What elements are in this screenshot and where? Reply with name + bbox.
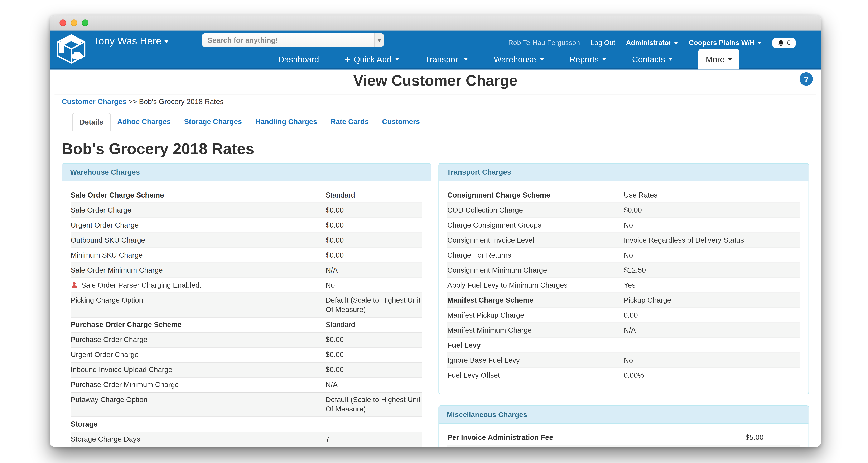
tab-adhoc-charges[interactable]: Adhoc Charges	[111, 113, 177, 131]
charge-label: Ignore Base Fuel Levy	[447, 356, 520, 364]
nav-item-warehouse[interactable]: Warehouse	[494, 49, 544, 70]
panel-title: Warehouse Charges	[62, 164, 431, 181]
charge-value: 0.00%	[624, 370, 800, 380]
charge-row: Inbound Invoice Upload Charge$0.00	[71, 362, 422, 377]
charge-value: N/A	[624, 325, 800, 335]
charge-row: Fuel Levy	[447, 338, 800, 353]
charge-row: Purchase Order Charge SchemeStandard	[71, 317, 422, 332]
charge-row: Purchase Order Minimum ChargeN/A	[71, 377, 422, 392]
chevron-down-icon	[164, 40, 169, 43]
panel-columns: Warehouse Charges Sale Order Charge Sche…	[62, 163, 809, 447]
breadcrumb-customer-charges-link[interactable]: Customer Charges	[62, 97, 126, 106]
charge-row: Apply Fuel Levy to Minimum ChargesYes	[447, 277, 800, 293]
charge-value: $0.00	[326, 250, 423, 260]
charge-label: Sale Order Charge	[71, 206, 131, 214]
page-header: View Customer Charge ?	[55, 69, 816, 95]
charge-label: Urgent Order Charge	[71, 351, 139, 359]
nav-item-label: Contacts	[632, 55, 665, 64]
charge-label: Purchase Order Charge	[71, 335, 148, 344]
charge-label: Fuel Levy Offset	[447, 371, 500, 379]
notifications-count: 0	[787, 39, 790, 46]
panel-title: Transport Charges	[439, 164, 809, 181]
charge-row: Consignment Minimum Charge$12.50	[447, 263, 800, 277]
charge-value: Use Rates	[624, 190, 800, 200]
charge-label: Purchase Order Minimum Charge	[71, 381, 179, 389]
nav-item-dashboard[interactable]: Dashboard	[278, 49, 319, 70]
charge-row: Sale Order Charge SchemeStandard	[71, 188, 422, 202]
charge-row: Picking Charge OptionDefault (Scale to H…	[71, 293, 422, 317]
charge-value	[326, 420, 423, 429]
charge-value: $0.00	[624, 205, 800, 214]
charge-label: Sale Order Minimum Charge	[71, 266, 163, 274]
charge-label: Outbound SKU Charge	[71, 236, 145, 244]
role-menu[interactable]: Administrator	[626, 39, 678, 47]
charge-label: Fuel Levy	[447, 341, 481, 349]
tab-details[interactable]: Details	[72, 113, 111, 131]
main-nav: Dashboard+Quick AddTransportWarehouseRep…	[278, 49, 740, 70]
charge-row: Putaway Charge OptionDefault (Scale to H…	[71, 392, 422, 417]
charge-row: Manifest Minimum ChargeN/A	[447, 323, 800, 338]
charge-row: Manifest Pickup Charge0.00	[447, 308, 800, 323]
charge-value: Standard	[326, 320, 423, 329]
charge-value: Invoice Regardless of Delivery Status	[624, 235, 800, 245]
charge-value: Default (Scale to Highest Unit Of Measur…	[326, 395, 423, 414]
tab-bar: DetailsAdhoc ChargesStorage ChargesHandl…	[62, 113, 809, 131]
zoom-window-button[interactable]	[82, 20, 89, 26]
caret-down-icon	[539, 58, 544, 61]
user-name[interactable]: Rob Te-Hau Fergusson	[508, 39, 580, 47]
charge-label: Apply Fuel Levy to Minimum Charges	[447, 281, 567, 289]
charge-value: Pickup Charge	[624, 295, 800, 305]
page-content: View Customer Charge ? Customer Charges …	[50, 69, 820, 447]
charge-value: $0.00	[326, 350, 423, 359]
box-cloud-logo-icon[interactable]	[54, 32, 89, 66]
brand-menu[interactable]: Tony Was Here	[93, 36, 169, 47]
charge-row: Urgent Order Charge$0.00	[71, 347, 422, 362]
window-titlebar[interactable]	[50, 15, 820, 31]
nav-item-transport[interactable]: Transport	[425, 49, 468, 70]
nav-item-label: Transport	[425, 55, 461, 64]
warehouse-menu[interactable]: Coopers Plains W/H	[689, 39, 762, 47]
charge-row: COD Collection Charge$0.00	[447, 202, 800, 218]
role-label: Administrator	[626, 39, 672, 47]
nav-item-label: Dashboard	[278, 55, 319, 64]
charge-label: Minimum SKU Charge	[71, 251, 143, 259]
brand-label: Tony Was Here	[93, 36, 161, 47]
tab-storage-charges[interactable]: Storage Charges	[177, 113, 249, 131]
charge-row: Charge For ReturnsNo	[447, 247, 800, 263]
charge-value: No	[624, 250, 800, 260]
charge-value: No	[624, 220, 800, 230]
tab-rate-cards[interactable]: Rate Cards	[324, 113, 375, 131]
charge-label: Consignment Invoice Level	[447, 236, 534, 244]
charge-label: Sale Order Parser Charging Enabled:	[81, 281, 202, 289]
nav-item-more[interactable]: More	[699, 49, 740, 70]
close-window-button[interactable]	[59, 20, 66, 26]
page-title: View Customer Charge	[55, 72, 816, 90]
charge-label: Per Invoice Administration Fee	[447, 433, 553, 441]
search-dropdown-button[interactable]	[374, 33, 384, 47]
miscellaneous-charges-panel: Miscellaneous Charges Per Invoice Admini…	[438, 405, 809, 447]
charge-row: Consignment Invoice LevelInvoice Regardl…	[447, 233, 800, 247]
caret-down-icon	[668, 58, 673, 61]
breadcrumb-current: Bob's Grocery 2018 Rates	[139, 97, 224, 106]
search-input[interactable]	[202, 33, 374, 47]
charge-label: Manifest Charge Scheme	[447, 296, 533, 304]
minimize-window-button[interactable]	[71, 20, 78, 26]
nav-item-contacts[interactable]: Contacts	[632, 49, 673, 70]
charge-row: Per Invoice Administration Fee$5.00	[447, 430, 800, 445]
charge-row: Outbound SKU Charge$0.00	[71, 233, 422, 247]
notifications-button[interactable]: 0	[772, 37, 796, 48]
nav-item-reports[interactable]: Reports	[569, 49, 606, 70]
question-circle-icon[interactable]: ?	[800, 72, 813, 86]
charge-value	[624, 340, 800, 350]
nav-item-quick-add[interactable]: +Quick Add	[345, 49, 399, 70]
charge-row: Storage Charge Days7	[71, 431, 422, 447]
charge-value: Standard	[326, 190, 423, 200]
breadcrumb: Customer Charges >> Bob's Grocery 2018 R…	[62, 95, 809, 105]
main-container: Customer Charges >> Bob's Grocery 2018 R…	[50, 95, 820, 447]
log-out-link[interactable]: Log Out	[590, 39, 615, 47]
charge-value: $0.00	[326, 220, 423, 230]
charge-label: Manifest Pickup Charge	[447, 311, 524, 319]
tab-handling-charges[interactable]: Handling Charges	[249, 113, 324, 131]
tab-customers[interactable]: Customers	[375, 113, 427, 131]
charge-label: Consignment Charge Scheme	[447, 191, 550, 199]
